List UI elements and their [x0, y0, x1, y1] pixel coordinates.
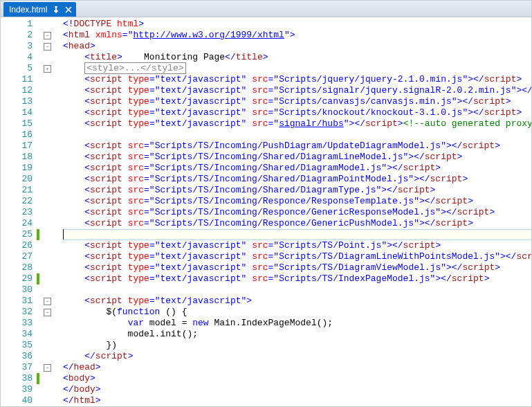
- code-line[interactable]: <style>...</style>: [63, 63, 531, 74]
- fold-collapse-icon[interactable]: -: [44, 43, 51, 51]
- code-line[interactable]: [63, 129, 531, 141]
- code-line[interactable]: <script type="text/javascript" src="sign…: [63, 118, 531, 129]
- code-line[interactable]: <script type="text/javascript" src="Scri…: [63, 273, 531, 284]
- code-line[interactable]: <script type="text/javascript" src="Scri…: [63, 74, 531, 85]
- change-mark: [37, 196, 42, 207]
- line-number: 25: [1, 229, 33, 240]
- code-line[interactable]: <head>: [63, 41, 531, 52]
- code-line[interactable]: <script src="Scripts/TS/Incoming/Responc…: [63, 196, 531, 207]
- code-line[interactable]: </body>: [63, 384, 531, 395]
- code-line[interactable]: [63, 284, 531, 296]
- line-number: 22: [1, 196, 33, 207]
- fold-cell: [42, 340, 63, 351]
- code-line[interactable]: <body>: [63, 373, 531, 384]
- line-number: 32: [1, 307, 33, 318]
- code-line[interactable]: </html>: [63, 395, 531, 406]
- code-line[interactable]: <script src="Scripts/TS/Incoming/Responc…: [63, 218, 531, 229]
- fold-cell: [42, 251, 63, 262]
- pin-icon[interactable]: [53, 6, 59, 13]
- change-mark: [37, 340, 42, 351]
- change-mark: [37, 395, 42, 406]
- line-number: 23: [1, 207, 33, 218]
- code-line[interactable]: <script type="text/javascript">: [63, 296, 531, 307]
- line-number: 14: [1, 107, 33, 118]
- line-number: 26: [1, 240, 33, 251]
- fold-cell: [42, 218, 63, 229]
- code-line[interactable]: <script type="text/javascript" src="Scri…: [63, 96, 531, 107]
- code-line[interactable]: [63, 229, 531, 240]
- fold-cell: [42, 229, 63, 240]
- fold-cell: [42, 395, 63, 406]
- change-mark: [37, 30, 42, 41]
- fold-cell: -: [42, 41, 63, 52]
- line-number: 28: [1, 262, 33, 273]
- code-line[interactable]: <script type="text/javascript" src="Scri…: [63, 107, 531, 118]
- fold-cell: [42, 284, 63, 296]
- fold-cell: [42, 163, 63, 174]
- fold-cell: [42, 152, 63, 163]
- code-line[interactable]: <script src="Scripts/TS/Incoming/Shared/…: [63, 174, 531, 185]
- change-mark: [37, 96, 42, 107]
- fold-cell: [42, 74, 63, 85]
- code-line[interactable]: var model = new Main.IndexPageModel();: [63, 318, 531, 329]
- fold-collapse-icon[interactable]: -: [44, 298, 51, 305]
- fold-cell: [42, 196, 63, 207]
- line-number: 3: [1, 41, 33, 52]
- tab-title: Index.html: [9, 5, 47, 15]
- code-line[interactable]: <script type="text/javascript" src="Scri…: [63, 251, 531, 262]
- code-editor[interactable]: 1234511121314151617181920212223242526272…: [1, 17, 531, 406]
- change-mark: [37, 85, 42, 96]
- fold-cell: [42, 207, 63, 218]
- code-line[interactable]: <script type="text/javascript" src="Scri…: [63, 262, 531, 273]
- change-mark: [37, 152, 42, 163]
- fold-collapse-icon[interactable]: -: [44, 32, 51, 39]
- code-line[interactable]: <script src="Scripts/TS/Incoming/Shared/…: [63, 152, 531, 163]
- change-mark: [37, 318, 42, 329]
- fold-cell: [42, 174, 63, 185]
- code-line[interactable]: }): [63, 340, 531, 351]
- fold-cell: [42, 273, 63, 284]
- fold-cell: [42, 52, 63, 63]
- code-line[interactable]: <script type="text/javascript" src="Scri…: [63, 85, 531, 96]
- code-line[interactable]: <!DOCTYPE html>: [63, 19, 531, 30]
- change-mark: [37, 296, 42, 307]
- fold-expand-icon[interactable]: +: [44, 65, 51, 73]
- line-number: 29: [1, 273, 33, 284]
- fold-collapse-icon[interactable]: -: [44, 364, 51, 372]
- line-number: 17: [1, 141, 33, 152]
- line-number: 15: [1, 118, 33, 129]
- fold-cell: -: [42, 296, 63, 307]
- code-line[interactable]: model.init();: [63, 329, 531, 340]
- line-number: 16: [1, 129, 33, 141]
- code-line[interactable]: <script src="Scripts/TS/Incoming/PushDia…: [63, 141, 531, 152]
- code-content[interactable]: <!DOCTYPE html><html xmlns="http://www.w…: [63, 17, 531, 406]
- code-line[interactable]: <script type="text/javascript" src="Scri…: [63, 240, 531, 251]
- tab-index-html[interactable]: Index.html: [3, 2, 76, 17]
- line-number: 12: [1, 85, 33, 96]
- change-mark: [37, 384, 42, 395]
- line-number: 5: [1, 63, 33, 74]
- line-number: 40: [1, 395, 33, 406]
- code-line[interactable]: <script src="Scripts/TS/Incoming/Responc…: [63, 207, 531, 218]
- line-number: 35: [1, 340, 33, 351]
- code-line[interactable]: <html xmlns="http://www.w3.org/1999/xhtm…: [63, 30, 531, 41]
- code-line[interactable]: <script src="Scripts/TS/Incoming/Shared/…: [63, 163, 531, 174]
- fold-cell: [42, 129, 63, 141]
- line-number: 20: [1, 174, 33, 185]
- change-mark: [37, 251, 42, 262]
- fold-collapse-icon[interactable]: -: [44, 309, 51, 316]
- close-icon[interactable]: [65, 6, 72, 13]
- code-line[interactable]: <script src="Scripts/TS/Incoming/Shared/…: [63, 185, 531, 196]
- fold-cell: [42, 318, 63, 329]
- code-line[interactable]: $(function () {: [63, 307, 531, 318]
- editor-margin: 1234511121314151617181920212223242526272…: [1, 17, 63, 406]
- change-mark: [37, 141, 42, 152]
- line-number: 36: [1, 351, 33, 362]
- code-line[interactable]: <title> Monitoring Page</title>: [63, 52, 531, 63]
- line-number: 18: [1, 152, 33, 163]
- code-line[interactable]: </script>: [63, 351, 531, 362]
- line-number: 2: [1, 30, 33, 41]
- code-line[interactable]: </head>: [63, 362, 531, 373]
- fold-cell: [42, 351, 63, 362]
- fold-cell: [42, 141, 63, 152]
